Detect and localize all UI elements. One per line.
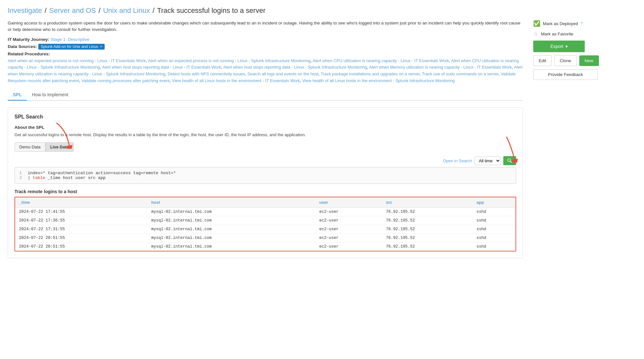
- results-title: Track remote logins to a host: [14, 189, 516, 194]
- about-spl-title: About the SPL: [14, 125, 516, 130]
- maturity-row: IT Maturity Journey: Stage 1: Descriptiv…: [8, 37, 523, 42]
- spl-card-title: SPL Search: [14, 114, 516, 120]
- main-layout: Gaining access to a production system op…: [8, 20, 636, 258]
- about-spl-text: Get all successful logins to a remote ho…: [14, 132, 516, 138]
- datasource-row: Data Sources: Splunk Add-on for Unix and…: [8, 44, 523, 50]
- datasource-label: Data Sources:: [8, 44, 37, 49]
- cell-0-2: ec2-user: [315, 208, 382, 216]
- cell-3-1: mysql-02.internal.tmi.com: [147, 234, 316, 242]
- related-procedure-link[interactable]: Detect hosts with NFS connectivity issue…: [167, 71, 245, 76]
- breadcrumb-investigate[interactable]: Investigate: [8, 6, 42, 15]
- related-procedure-link[interactable]: Alert when an expected process is not ru…: [148, 58, 310, 63]
- table-row: 2024-07-22 20:51:55mysql-02.internal.tmi…: [15, 234, 516, 242]
- check-circle-icon: ✅: [533, 20, 540, 27]
- search-icon: [507, 158, 512, 163]
- badge-text: Splunk Add-on for Unix and Linux: [41, 44, 98, 49]
- data-buttons: Demo Data Live Data: [14, 142, 516, 152]
- search-button[interactable]: [503, 156, 516, 165]
- col-header-host[interactable]: host: [147, 197, 316, 208]
- cell-4-4: sshd: [473, 242, 516, 251]
- cell-2-3: 76.92.195.52: [382, 225, 473, 234]
- open-in-search-link[interactable]: Open in Search: [443, 158, 472, 163]
- edit-button[interactable]: Edit: [533, 55, 552, 66]
- sidebar: ✅ Mark as Deployed ? ☆ Mark as Favorite …: [533, 20, 636, 258]
- related-procedure-link[interactable]: Track package installations and upgrades…: [321, 71, 420, 76]
- table-row: 2024-07-22 17:41:55mysql-02.internal.tmi…: [15, 208, 516, 216]
- breadcrumb-server-os[interactable]: Server and OS: [49, 6, 96, 15]
- cell-0-4: sshd: [473, 208, 516, 216]
- related-procedure-link[interactable]: Alert when host stops reporting data - L…: [102, 65, 221, 70]
- deployed-question[interactable]: ?: [581, 21, 583, 26]
- tabs-container: SPL How to Implement: [8, 90, 523, 101]
- related-procedures-section: Related Procedures: Alert when an expect…: [8, 52, 523, 84]
- results-table: _time host user src app 2024-07-22 17:41…: [15, 197, 516, 251]
- related-procedure-link[interactable]: Validate running processes after patchin…: [81, 78, 170, 83]
- breadcrumb-current: Track successful logins to a server: [157, 6, 266, 15]
- tab-how-to-implement[interactable]: How to Implement: [27, 90, 73, 101]
- demo-data-button[interactable]: Demo Data: [14, 142, 45, 152]
- cell-1-4: sshd: [473, 216, 516, 225]
- time-select[interactable]: All time: [475, 156, 501, 165]
- col-header-time[interactable]: _time: [15, 197, 147, 208]
- star-icon: ☆: [533, 30, 538, 37]
- col-header-src[interactable]: src: [382, 197, 473, 208]
- results-table-wrapper: _time host user src app 2024-07-22 17:41…: [14, 197, 516, 251]
- action-row: Edit Clone New: [533, 55, 636, 66]
- page-container: Investigate / Server and OS / Unix and L…: [0, 0, 644, 359]
- tab-spl[interactable]: SPL: [8, 90, 27, 101]
- related-title: Related Procedures:: [8, 52, 523, 56]
- feedback-button[interactable]: Provide Feedback: [533, 69, 598, 80]
- svg-line-3: [510, 161, 512, 163]
- line-num-1: 1: [19, 171, 24, 175]
- breadcrumb: Investigate / Server and OS / Unix and L…: [8, 6, 636, 15]
- breadcrumb-unix-linux[interactable]: Unix and Linux: [103, 6, 150, 15]
- cell-4-0: 2024-07-22 20:51:55: [15, 242, 147, 251]
- cell-4-3: 76.92.195.52: [382, 242, 473, 251]
- cell-0-0: 2024-07-22 17:41:55: [15, 208, 147, 216]
- mark-favorite-row[interactable]: ☆ Mark as Favorite: [533, 30, 636, 37]
- cell-4-2: ec2-user: [315, 242, 382, 251]
- spl-keyword-table: table: [33, 175, 45, 180]
- datasource-badge[interactable]: Splunk Add-on for Unix and Linux ↗: [38, 44, 105, 50]
- related-links: Alert when an expected process is not ru…: [8, 58, 523, 84]
- cell-1-1: mysql-02.internal.tmi.com: [147, 216, 316, 225]
- svg-point-2: [508, 159, 511, 162]
- related-procedure-link[interactable]: View health of all Linux hosts in the en…: [302, 78, 455, 83]
- cell-3-0: 2024-07-22 20:51:55: [15, 234, 147, 242]
- sidebar-actions: ✅ Mark as Deployed ? ☆ Mark as Favorite …: [533, 20, 636, 80]
- spl-line-1: 1 index=* tag=authentication action=succ…: [19, 171, 511, 175]
- content-area: Gaining access to a production system op…: [8, 20, 523, 258]
- results-table-body: 2024-07-22 17:41:55mysql-02.internal.tmi…: [15, 208, 516, 251]
- related-procedure-link[interactable]: Alert when CPU utilization is nearing ca…: [313, 58, 449, 63]
- spl-code-block: 1 index=* tag=authentication action=succ…: [14, 167, 516, 184]
- spl-line-1-text: index=* tag=authentication action=succes…: [28, 171, 176, 175]
- new-button[interactable]: New: [579, 55, 599, 66]
- related-procedure-link[interactable]: Alert when Memory utilization is nearing…: [369, 65, 512, 70]
- export-label: Export: [550, 44, 563, 49]
- cell-3-3: 76.92.195.52: [382, 234, 473, 242]
- cell-1-2: ec2-user: [315, 216, 382, 225]
- cell-2-0: 2024-07-22 17:31:55: [15, 225, 147, 234]
- results-table-head: _time host user src app: [15, 197, 516, 208]
- cell-0-3: 76.92.195.52: [382, 208, 473, 216]
- table-row: 2024-07-22 20:51:55mysql-02.internal.tmi…: [15, 242, 516, 251]
- spl-line-2-text: | table _time host user src app: [28, 175, 106, 180]
- maturity-link[interactable]: Stage 1: Descriptive: [51, 37, 90, 42]
- cell-3-2: ec2-user: [315, 234, 382, 242]
- related-procedure-link[interactable]: Search all logs and events on the host: [247, 71, 318, 76]
- clone-button[interactable]: Clone: [554, 55, 576, 66]
- related-procedure-link[interactable]: View health of all Linux hosts in the en…: [172, 78, 300, 83]
- cell-2-2: ec2-user: [315, 225, 382, 234]
- export-button[interactable]: Export ▾: [533, 41, 585, 52]
- related-procedure-link[interactable]: Alert when an expected process is not ru…: [8, 58, 146, 63]
- table-row: 2024-07-22 17:31:55mysql-02.internal.tmi…: [15, 225, 516, 234]
- col-header-user[interactable]: user: [315, 197, 382, 208]
- related-procedure-link[interactable]: Alert when host stops reporting data - L…: [223, 65, 367, 70]
- related-procedure-link[interactable]: Track use of sudo commands on a server: [422, 71, 498, 76]
- col-header-app[interactable]: app: [473, 197, 516, 208]
- results-header-row: _time host user src app: [15, 197, 516, 208]
- export-chevron-icon: ▾: [565, 44, 568, 49]
- mark-deployed-row: ✅ Mark as Deployed ?: [533, 20, 636, 27]
- live-data-button[interactable]: Live Data: [45, 142, 74, 152]
- breadcrumb-sep-1: /: [44, 6, 46, 15]
